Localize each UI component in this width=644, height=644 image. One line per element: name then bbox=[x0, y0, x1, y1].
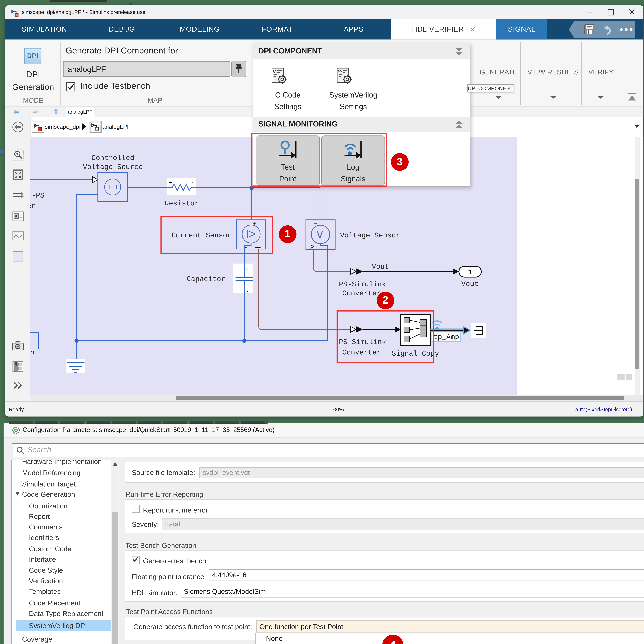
svg-text:Signal Copy: Signal Copy bbox=[392, 350, 439, 358]
svg-text:tp_Amp: tp_Amp bbox=[433, 333, 459, 341]
svg-text:-: - bbox=[245, 244, 247, 250]
svg-text:Vout: Vout bbox=[461, 280, 478, 288]
svg-text:Resistor: Resistor bbox=[165, 200, 199, 208]
svg-text:–: – bbox=[255, 241, 261, 252]
svg-text:+: + bbox=[169, 179, 173, 186]
svg-text:1: 1 bbox=[468, 268, 472, 277]
svg-text:-: - bbox=[192, 178, 194, 185]
svg-text:SV: SV bbox=[338, 69, 342, 73]
svg-text:Voltage Source: Voltage Source bbox=[83, 163, 143, 171]
svg-text:V: V bbox=[317, 230, 323, 241]
svg-text:C: C bbox=[273, 69, 276, 74]
svg-text:+: + bbox=[314, 220, 318, 227]
svg-text:Voltage Sensor: Voltage Sensor bbox=[340, 231, 400, 240]
svg-text:A: A bbox=[15, 214, 18, 218]
svg-text:-: - bbox=[246, 287, 249, 295]
svg-text:Converter: Converter bbox=[342, 289, 381, 298]
svg-text:er: er bbox=[30, 202, 36, 210]
svg-text:Controlled: Controlled bbox=[91, 154, 134, 162]
svg-text:Vout: Vout bbox=[372, 263, 389, 271]
svg-text:n: n bbox=[30, 349, 34, 357]
svg-text:-PS: -PS bbox=[32, 192, 44, 200]
svg-text:+: + bbox=[245, 265, 249, 273]
svg-text:+: + bbox=[252, 220, 256, 227]
svg-text:PS-Simulink: PS-Simulink bbox=[339, 280, 386, 289]
svg-text:>: > bbox=[310, 242, 314, 251]
svg-text:Capacitor: Capacitor bbox=[187, 275, 225, 283]
svg-text:Current Sensor: Current Sensor bbox=[171, 231, 231, 240]
svg-text:Converter: Converter bbox=[342, 349, 381, 357]
svg-text:PS-Simulink: PS-Simulink bbox=[339, 338, 386, 346]
